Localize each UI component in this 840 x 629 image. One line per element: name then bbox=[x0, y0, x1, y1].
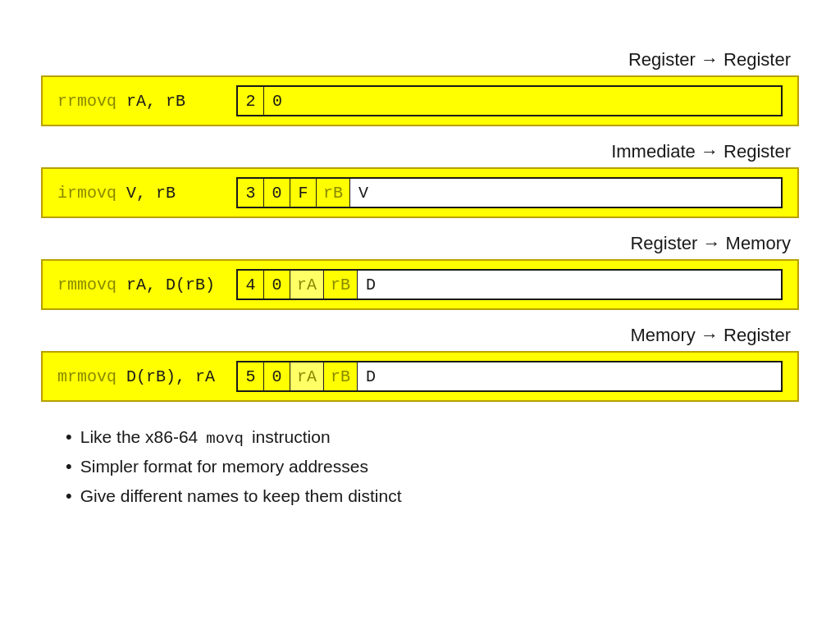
enc-cell-2-3: rB bbox=[324, 271, 358, 299]
encoding-box-3: 50rArBD bbox=[236, 361, 783, 392]
section-label-1: Immediate → Register bbox=[41, 141, 799, 162]
bullets-list: Like the x86-64 movq instruction Simpler… bbox=[41, 426, 799, 507]
instruction-name-0: rrmovq rA, rB bbox=[57, 92, 221, 111]
section-label-3: Memory → Register bbox=[41, 325, 799, 346]
section-0: Register → Registerrrmovq rA, rB20 bbox=[41, 49, 799, 126]
bullet-1-mono: movq bbox=[206, 430, 244, 448]
instruction-name-1: irmovq V, rB bbox=[57, 184, 221, 203]
enc-cell-2-1: 0 bbox=[264, 271, 290, 299]
instruction-name-2: rmmovq rA, D(rB) bbox=[57, 276, 221, 294]
enc-cell-1-2: F bbox=[290, 179, 317, 207]
enc-cell-2-0: 4 bbox=[238, 271, 264, 299]
section-1: Immediate → Registerirmovq V, rB30FrBV bbox=[41, 141, 799, 218]
enc-cell-2-2: rA bbox=[290, 271, 324, 299]
instruction-name-3: mrmovq D(rB), rA bbox=[57, 367, 221, 386]
instruction-row-0: rrmovq rA, rB20 bbox=[41, 75, 799, 126]
enc-cell-3-1: 0 bbox=[264, 362, 290, 390]
section-label-0: Register → Register bbox=[41, 49, 799, 71]
encoding-box-2: 40rArBD bbox=[236, 269, 783, 300]
instruction-row-2: rmmovq rA, D(rB)40rArBD bbox=[41, 259, 799, 310]
instruction-row-3: mrmovq D(rB), rA50rArBD bbox=[41, 351, 799, 402]
encoding-box-1: 30FrBV bbox=[236, 177, 783, 208]
encoding-box-0: 20 bbox=[236, 85, 783, 116]
enc-cell-3-2: rA bbox=[290, 362, 324, 390]
enc-cell-1-4: V bbox=[350, 179, 781, 207]
enc-cell-3-3: rB bbox=[324, 362, 358, 390]
enc-cell-1-3: rB bbox=[317, 179, 350, 207]
enc-cell-1-0: 3 bbox=[238, 179, 264, 207]
section-3: Memory → Registermrmovq D(rB), rA50rArBD bbox=[41, 325, 799, 402]
enc-cell-3-4: D bbox=[358, 362, 781, 390]
enc-cell-1-1: 0 bbox=[264, 179, 290, 207]
instruction-row-1: irmovq V, rB30FrBV bbox=[41, 167, 799, 218]
bullet-1: Like the x86-64 movq instruction bbox=[66, 426, 799, 448]
bullet-2: Simpler format for memory addresses bbox=[66, 456, 799, 477]
bullet-3: Give different names to keep them distin… bbox=[66, 485, 799, 507]
section-2: Register → Memoryrmmovq rA, D(rB)40rArBD bbox=[41, 233, 799, 310]
enc-cell-2-4: D bbox=[358, 271, 781, 299]
enc-cell-0-0: 2 bbox=[238, 87, 264, 115]
enc-cell-0-1: 0 bbox=[264, 87, 290, 115]
section-label-2: Register → Memory bbox=[41, 233, 799, 254]
enc-cell-3-0: 5 bbox=[238, 362, 264, 390]
